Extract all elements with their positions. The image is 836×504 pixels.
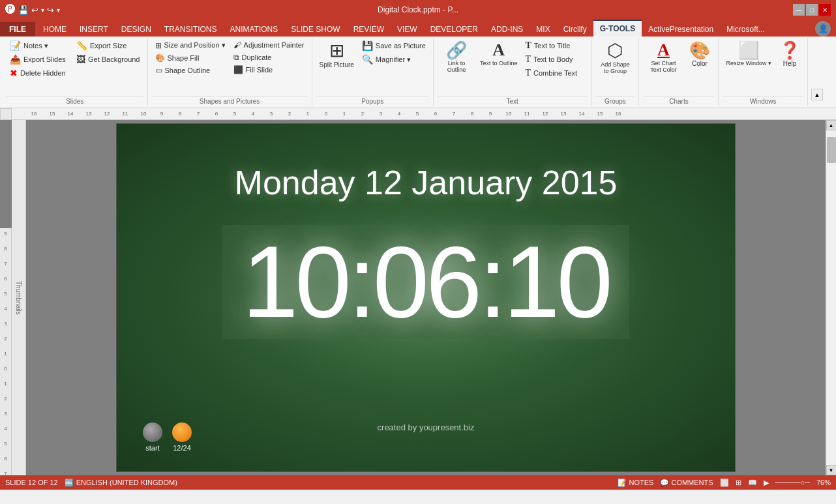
magnifier-button[interactable]: 🔍 Magnifier ▾ xyxy=(359,53,429,66)
notes-button-status[interactable]: 📝 NOTES xyxy=(618,479,653,487)
slides-left-col: 📝 Notes ▾ 📤 Export Slides ✖ Delete Hidde… xyxy=(7,39,72,80)
ribbon: 📝 Notes ▾ 📤 Export Slides ✖ Delete Hidde… xyxy=(0,37,836,108)
scroll-up-button[interactable]: ▲ xyxy=(826,120,837,130)
ruler-corner xyxy=(0,108,12,120)
size-position-icon: ⊞ xyxy=(155,42,162,50)
tab-review[interactable]: REVIEW xyxy=(347,22,391,37)
combine-text-icon: T xyxy=(525,68,531,78)
scroll-thumb[interactable] xyxy=(827,137,836,163)
text-to-body-button[interactable]: T Text to Body xyxy=(522,53,587,66)
slide-time: 10:06:10 xyxy=(242,231,609,333)
quick-access-redo[interactable]: ↪ xyxy=(47,5,54,15)
delete-hidden-icon: ✖ xyxy=(10,68,18,78)
view-slide-sorter-icon[interactable]: ⊞ xyxy=(736,479,741,487)
link-outline-icon: 🔗 xyxy=(446,42,467,59)
popups-group-label: Popups xyxy=(316,96,429,106)
text-col2: A Text to Outline xyxy=(477,39,521,69)
view-reading-icon[interactable]: 📖 xyxy=(748,479,757,487)
tab-addins[interactable]: ADD-INS xyxy=(485,22,530,37)
tab-file[interactable]: FILE xyxy=(0,22,35,37)
group-charts: A Set Chart Text Color 🎨 Color Charts xyxy=(639,38,719,106)
adjustment-painter-button[interactable]: 🖌 Adjustment Painter xyxy=(230,39,308,51)
quick-access-undo[interactable]: ↩ xyxy=(31,5,38,15)
tab-developer[interactable]: DEVELOPER xyxy=(424,22,485,37)
tab-activepresentation[interactable]: ActivePresentation xyxy=(642,22,720,37)
quick-access-save[interactable]: 💾 xyxy=(18,5,29,15)
quick-access-dropdown[interactable]: ▾ xyxy=(41,7,44,14)
slides-right-col: 📏 Export Size 🖼 Get Background xyxy=(73,39,143,66)
view-slideshow-icon[interactable]: ▶ xyxy=(764,479,769,487)
maximize-button[interactable]: □ xyxy=(806,4,818,16)
group-windows: ⬜ Resize Window ▾ ❓ Help Windows xyxy=(719,38,808,106)
tab-slideshow[interactable]: SLIDE SHOW xyxy=(284,22,346,37)
popups-col: ⊞ Split Picture xyxy=(316,39,357,71)
add-shape-group-icon: ⬡ xyxy=(607,42,623,60)
thumbnails-panel[interactable]: Thumbnails xyxy=(12,120,26,475)
windows-group-label: Windows xyxy=(723,96,803,106)
shape-fill-button[interactable]: 🎨 Shape Fill xyxy=(152,52,229,64)
color-button[interactable]: 🎨 Color xyxy=(685,39,714,70)
tab-microsoft[interactable]: Microsoft... xyxy=(720,22,771,37)
close-button[interactable]: ✕ xyxy=(819,4,831,16)
tab-design[interactable]: DESIGN xyxy=(115,22,158,37)
export-size-icon: 📏 xyxy=(76,41,87,50)
scroll-down-button[interactable]: ▼ xyxy=(826,465,837,475)
groups-group-label: Groups xyxy=(595,96,634,106)
counter-circle[interactable] xyxy=(172,422,192,442)
tab-transitions[interactable]: TRANSITIONS xyxy=(158,22,224,37)
minimize-button[interactable]: — xyxy=(793,4,805,16)
quick-access-more[interactable]: ▾ xyxy=(57,7,60,14)
tab-gtools[interactable]: G-TOOLS xyxy=(593,20,642,37)
status-bar: SLIDE 12 OF 12 🔤 ENGLISH (UNITED KINGDOM… xyxy=(0,475,836,490)
tab-view[interactable]: VIEW xyxy=(391,22,424,37)
get-background-icon: 🖼 xyxy=(76,55,85,64)
tab-mix[interactable]: MIX xyxy=(530,22,556,37)
export-size-button[interactable]: 📏 Export Size xyxy=(73,39,143,52)
text-outline-button[interactable]: A Text to Outline xyxy=(477,39,521,69)
save-as-picture-button[interactable]: 💾 Save as Picture xyxy=(359,39,429,52)
fill-slide-icon: ⬛ xyxy=(233,66,243,74)
ribbon-tabs: FILE HOME INSERT DESIGN TRANSITIONS ANIM… xyxy=(0,20,836,37)
get-background-button[interactable]: 🖼 Get Background xyxy=(73,53,143,66)
counter-label: 12/24 xyxy=(173,444,191,452)
tab-animations[interactable]: ANIMATIONS xyxy=(223,22,284,37)
shape-fill-icon: 🎨 xyxy=(155,54,165,62)
view-normal-icon[interactable]: ⬜ xyxy=(720,479,729,487)
start-circle[interactable] xyxy=(143,422,162,442)
slide-date: Monday 12 January 2015 xyxy=(117,163,735,202)
group-slides: 📝 Notes ▾ 📤 Export Slides ✖ Delete Hidde… xyxy=(3,38,148,106)
delete-hidden-button[interactable]: ✖ Delete Hidden xyxy=(7,67,72,80)
split-picture-icon: ⊞ xyxy=(329,42,344,60)
shapes-col2: 🖌 Adjustment Painter ⧉ Duplicate ⬛ Fill … xyxy=(230,39,308,76)
help-button[interactable]: ❓ Help xyxy=(776,39,803,70)
size-position-button[interactable]: ⊞ Size and Position ▾ xyxy=(152,39,229,52)
vertical-scrollbar[interactable]: ▲ ▼ xyxy=(826,120,836,475)
resize-window-button[interactable]: ⬜ Resize Window ▾ xyxy=(723,39,775,69)
group-popups: ⊞ Split Picture 💾 Save as Picture 🔍 Magn… xyxy=(312,38,434,106)
export-slides-button[interactable]: 📤 Export Slides xyxy=(7,53,72,66)
chart-text-color-icon: A xyxy=(657,42,670,59)
shape-outline-button[interactable]: ▭ Shape Outline xyxy=(152,65,229,76)
add-shape-group-button[interactable]: ⬡ Add Shape to Group xyxy=(595,39,634,77)
fill-slide-button[interactable]: ⬛ Fill Slide xyxy=(230,64,308,76)
time-background: 10:06:10 xyxy=(222,225,629,339)
zoom-slider[interactable]: ─────○─ xyxy=(775,479,810,486)
tab-insert[interactable]: INSERT xyxy=(73,22,115,37)
text-col1: 🔗 Link to Outline xyxy=(438,39,475,76)
text-to-title-button[interactable]: T Text to Title xyxy=(522,39,587,52)
notes-status-icon: 📝 xyxy=(618,479,627,487)
split-picture-button[interactable]: ⊞ Split Picture xyxy=(316,39,357,71)
tab-circlify[interactable]: Circlify xyxy=(557,22,593,37)
tab-home[interactable]: HOME xyxy=(37,22,73,37)
notes-icon: 📝 xyxy=(10,41,21,50)
title-text: Digital Clock.pptm - P... xyxy=(378,5,458,14)
set-chart-text-color-button[interactable]: A Set Chart Text Color xyxy=(643,39,683,76)
link-outline-button[interactable]: 🔗 Link to Outline xyxy=(438,39,475,76)
combine-text-button[interactable]: T Combine Text xyxy=(522,67,587,80)
notes-button[interactable]: 📝 Notes ▾ xyxy=(7,39,72,52)
group-shapes: ⊞ Size and Position ▾ 🎨 Shape Fill ▭ Sha… xyxy=(148,38,312,106)
ribbon-collapse-button[interactable]: ▲ xyxy=(811,89,823,100)
slide-credit: created by youpresent.biz xyxy=(117,422,735,432)
duplicate-button[interactable]: ⧉ Duplicate xyxy=(230,52,308,63)
comments-button-status[interactable]: 💬 COMMENTS xyxy=(660,479,713,487)
